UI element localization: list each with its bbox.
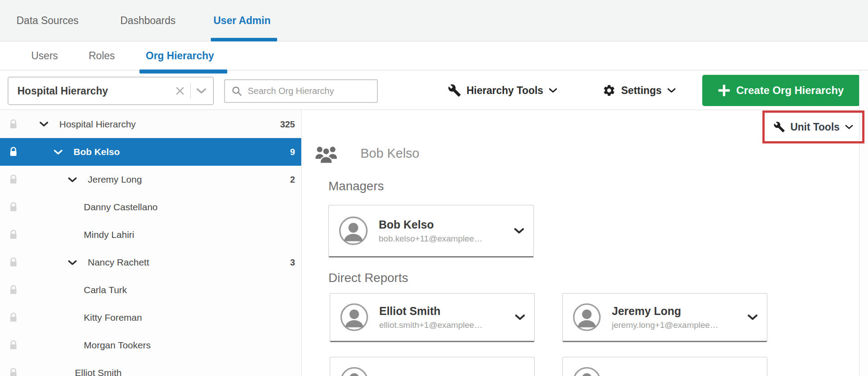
tree-item-label: Morgan Tookers: [84, 340, 151, 351]
direct-report-card-john-dorian[interactable]: John Dorian: [330, 357, 535, 376]
unit-tools-button[interactable]: Unit Tools: [765, 113, 862, 141]
tree-item-danny-castellano[interactable]: Danny Castellano: [0, 193, 301, 221]
chevron-down-icon[interactable]: [747, 314, 758, 320]
tree-item-kitty-foreman[interactable]: Kitty Foreman: [0, 304, 301, 331]
chevron-down-icon: [845, 124, 853, 130]
tab-label: User Admin: [213, 15, 270, 27]
tab-dashboards[interactable]: Dashboards: [120, 0, 176, 41]
tab-label: Org Hierarchy: [146, 50, 214, 62]
tab-data-sources[interactable]: Data Sources: [16, 0, 78, 41]
org-unit-group-icon: [315, 144, 337, 164]
lock-icon: [9, 229, 18, 240]
tab-roles[interactable]: Roles: [89, 41, 115, 70]
tree-item-count: 325: [280, 119, 295, 129]
org-hierarchy-tree: Hospital Hierarchy 325 Bob Kelso 9 Jerem…: [0, 110, 302, 376]
tree-item-count: 3: [290, 257, 295, 268]
hierarchy-tools-button[interactable]: Hierarchy Tools: [448, 75, 557, 106]
avatar: [340, 367, 368, 376]
create-org-hierarchy-button[interactable]: Create Org Hierarchy: [702, 75, 860, 106]
card-text: Nancy Rachett: [612, 374, 689, 376]
person-email: bob.kelso+11@examplee…: [379, 234, 483, 244]
direct-reports-heading: Direct Reports: [328, 271, 408, 285]
chevron-down-icon[interactable]: [514, 228, 524, 234]
card-text: Bob Kelso bob.kelso+11@examplee…: [379, 218, 483, 243]
tab-users[interactable]: Users: [31, 41, 58, 70]
tree-item-hospital-hierarchy[interactable]: Hospital Hierarchy 325: [0, 110, 301, 138]
tree-item-label: Jeremy Long: [88, 174, 142, 185]
divider: [190, 83, 191, 98]
expand-chevron-icon[interactable]: [68, 260, 77, 266]
tree-item-label: Nancy Rachett: [88, 257, 149, 268]
lock-icon: [9, 119, 18, 130]
org-hierarchy-search: [224, 79, 378, 103]
lock-icon: [9, 368, 18, 376]
tree-item-label: Danny Castellano: [84, 202, 158, 213]
card-text: John Dorian: [379, 374, 444, 376]
tree-item-mindy-lahiri[interactable]: Mindy Lahiri: [0, 221, 301, 249]
expand-chevron-icon[interactable]: [39, 121, 49, 127]
annotation-highlight-box: Unit Tools: [762, 110, 864, 143]
direct-report-card-nancy-rachett[interactable]: Nancy Rachett: [562, 357, 767, 376]
tab-org-hierarchy[interactable]: Org Hierarchy: [146, 41, 214, 70]
expand-chevron-icon[interactable]: [68, 177, 77, 183]
chevron-down-icon[interactable]: [196, 88, 207, 94]
person-name: Jeremy Long: [612, 304, 718, 318]
lock-icon: [9, 147, 18, 157]
settings-button[interactable]: Settings: [602, 75, 676, 106]
tab-label: Users: [31, 50, 58, 62]
lock-icon: [9, 340, 18, 351]
lock-icon: [9, 257, 18, 268]
lock-icon: [9, 312, 18, 323]
search-input[interactable]: [248, 86, 372, 96]
avatar: [573, 367, 601, 376]
direct-report-card-jeremy-long[interactable]: Jeremy Long jeremy.long+1@examplee…: [562, 293, 767, 342]
chevron-down-icon[interactable]: [515, 314, 525, 320]
tree-item-count: 9: [290, 147, 295, 157]
card-text: Elliot Smith elliot.smith+1@examplee…: [379, 304, 483, 330]
person-name: John Dorian: [379, 374, 444, 376]
avatar: [339, 216, 368, 245]
tree-item-label: Mindy Lahiri: [84, 229, 134, 240]
lock-icon: [9, 202, 18, 213]
tree-item-label: Carla Turk: [84, 285, 127, 295]
person-name: Elliot Smith: [379, 304, 483, 318]
tab-label: Dashboards: [120, 15, 176, 27]
person-email: elliot.smith+1@examplee…: [379, 320, 483, 330]
managers-heading: Managers: [328, 179, 384, 193]
avatar: [340, 303, 368, 331]
hierarchy-select[interactable]: Hospital Hierarchy: [8, 77, 214, 105]
create-button-label: Create Org Hierarchy: [736, 84, 843, 97]
hierarchy-select-value: Hospital Hierarchy: [17, 85, 175, 97]
manager-card-bob-kelso[interactable]: Bob Kelso bob.kelso+11@examplee…: [328, 205, 534, 257]
top-nav-bar: Data Sources Dashboards User Admin: [0, 0, 868, 41]
lock-icon: [9, 174, 18, 185]
sub-nav-bar: Users Roles Org Hierarchy: [0, 41, 868, 70]
chevron-down-icon: [549, 88, 557, 93]
search-icon: [231, 86, 242, 97]
plus-icon: [718, 85, 730, 96]
active-tab-underline: [211, 38, 277, 41]
tree-item-elliot-smith[interactable]: Elliot Smith: [0, 359, 301, 376]
tree-item-morgan-tookers[interactable]: Morgan Tookers: [0, 331, 301, 359]
active-subtab-underline: [139, 69, 227, 74]
person-name: Nancy Rachett: [612, 374, 689, 376]
wrench-icon: [448, 84, 461, 97]
person-name: Bob Kelso: [379, 218, 483, 232]
tree-item-label: Bob Kelso: [74, 147, 120, 157]
unit-tools-label: Unit Tools: [790, 121, 840, 133]
tree-item-nancy-rachett[interactable]: Nancy Rachett 3: [0, 249, 301, 276]
wrench-icon: [774, 121, 785, 133]
card-text: Jeremy Long jeremy.long+1@examplee…: [612, 304, 718, 330]
expand-chevron-icon[interactable]: [53, 149, 63, 155]
tab-user-admin[interactable]: User Admin: [213, 0, 270, 41]
hierarchy-tools-label: Hierarchy Tools: [467, 85, 543, 97]
tree-item-label: Hospital Hierarchy: [59, 119, 136, 130]
tab-label: Roles: [89, 50, 115, 62]
direct-report-card-elliot-smith[interactable]: Elliot Smith elliot.smith+1@examplee…: [330, 293, 535, 342]
tree-item-label: Elliot Smith: [75, 368, 122, 376]
tree-item-count: 2: [290, 175, 295, 185]
tree-item-jeremy-long[interactable]: Jeremy Long 2: [0, 166, 301, 193]
tree-item-bob-kelso[interactable]: Bob Kelso 9: [0, 138, 301, 166]
clear-icon[interactable]: [175, 86, 185, 96]
tree-item-carla-turk[interactable]: Carla Turk: [0, 276, 301, 304]
